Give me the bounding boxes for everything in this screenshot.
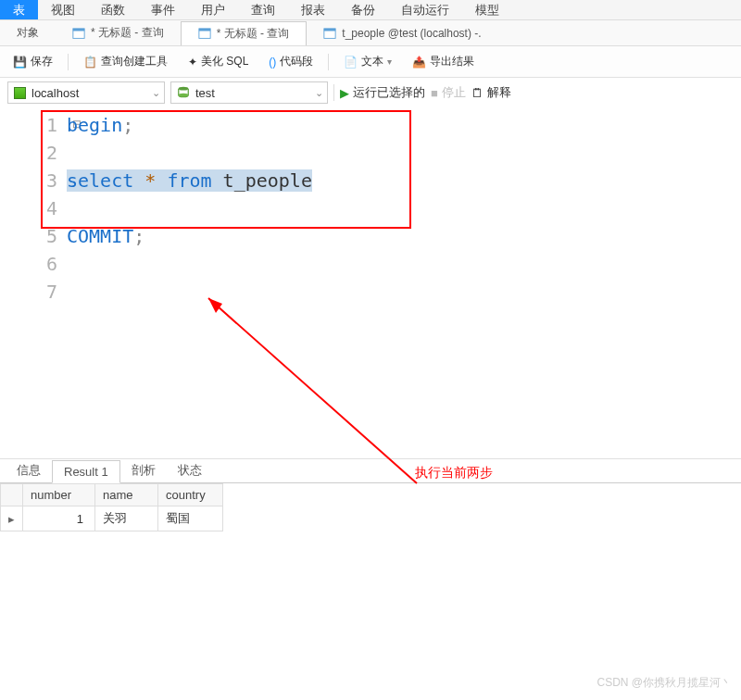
grid-body: ▸1关羽蜀国 <box>1 506 223 531</box>
tab-label: * 无标题 - 查询 <box>91 25 164 41</box>
stop-icon: ■ <box>431 86 438 100</box>
menu-item-6[interactable]: 报表 <box>288 0 338 19</box>
save-button[interactable]: 💾 保存 <box>7 51 58 72</box>
table-icon <box>323 28 336 39</box>
run-selection-button[interactable]: ▶ 运行已选择的 <box>340 84 425 101</box>
text-label: 文本 <box>361 54 383 69</box>
menubar: 表视图函数事件用户查询报表备份自动运行模型 <box>0 0 741 20</box>
tab-label: t_people @test (localhost) -. <box>342 27 481 40</box>
wand-icon: ✦ <box>188 56 197 69</box>
beautify-label: 美化 SQL <box>201 54 248 69</box>
code-line-6[interactable] <box>67 250 312 278</box>
explain-icon: 🗒 <box>471 86 484 100</box>
code-area[interactable]: begin; select * from t_people COMMIT; <box>67 107 312 458</box>
snippet-label: 代码段 <box>280 54 313 69</box>
code-line-5[interactable]: COMMIT; <box>67 222 312 250</box>
database-icon <box>177 86 190 99</box>
main-toolbar: 💾 保存 📋 查询创建工具 ✦ 美化 SQL () 代码段 📄 文本 ▾ 📤 导… <box>0 46 741 78</box>
query-builder-icon: 📋 <box>83 56 97 69</box>
menu-item-1[interactable]: 视图 <box>38 0 88 19</box>
play-icon: ▶ <box>340 86 349 100</box>
sql-editor[interactable]: 1234567 ⊟ begin; select * from t_people … <box>0 107 741 458</box>
document-tab-2[interactable]: * 无标题 - 查询 <box>181 21 308 45</box>
chevron-down-icon: ▾ <box>387 56 392 67</box>
column-header-name[interactable]: name <box>95 484 158 506</box>
text-button[interactable]: 📄 文本 ▾ <box>338 51 397 72</box>
stop-button[interactable]: ■ 停止 <box>431 84 466 101</box>
run-label: 运行已选择的 <box>353 84 425 101</box>
explain-label: 解释 <box>487 84 511 101</box>
export-icon: 📤 <box>412 56 426 69</box>
svg-point-6 <box>179 87 189 91</box>
svg-rect-3 <box>199 29 210 31</box>
beautify-button[interactable]: ✦ 美化 SQL <box>182 51 254 72</box>
column-header-number[interactable]: number <box>23 484 95 506</box>
tab-label: * 无标题 - 查询 <box>217 26 290 42</box>
connection-active-icon <box>14 87 26 99</box>
text-icon: 📄 <box>344 56 358 69</box>
table-icon <box>72 28 85 39</box>
query-builder-label: 查询创建工具 <box>101 54 168 69</box>
query-builder-button[interactable]: 📋 查询创建工具 <box>78 51 173 72</box>
save-icon: 💾 <box>13 56 27 69</box>
snippet-button[interactable]: () 代码段 <box>263 51 319 72</box>
table-icon <box>198 28 211 39</box>
code-line-4[interactable] <box>67 194 312 222</box>
connection-row: localhost ⌄ test ⌄ ▶ 运行已选择的 ■ 停止 🗒 解释 <box>0 78 741 107</box>
tab-label: 对象 <box>17 25 39 41</box>
paren-icon: () <box>269 56 276 69</box>
code-line-7[interactable] <box>67 278 312 306</box>
line-gutter: 1234567 <box>0 107 67 458</box>
sql-editor-pane: 1234567 ⊟ begin; select * from t_people … <box>0 107 741 459</box>
database-value: test <box>195 86 215 100</box>
menu-item-7[interactable]: 备份 <box>338 0 388 19</box>
result-tab-3[interactable]: 状态 <box>167 458 213 482</box>
result-tab-1[interactable]: Result 1 <box>52 460 120 483</box>
stop-label: 停止 <box>442 84 466 101</box>
column-header-country[interactable]: country <box>158 484 223 506</box>
annotation-text: 执行当前两步 <box>415 465 493 481</box>
export-button[interactable]: 📤 导出结果 <box>407 51 480 72</box>
grid-header-row: numbernamecountry <box>1 484 223 506</box>
document-tab-3[interactable]: t_people @test (localhost) -. <box>307 23 497 44</box>
menu-item-5[interactable]: 查询 <box>238 0 288 19</box>
document-tab-0[interactable]: 对象 <box>0 21 56 44</box>
menu-item-0[interactable]: 表 <box>0 0 38 19</box>
host-dropdown[interactable]: localhost ⌄ <box>7 81 165 104</box>
menu-item-3[interactable]: 事件 <box>138 0 188 19</box>
row-marker-header <box>1 484 23 506</box>
menu-item-8[interactable]: 自动运行 <box>388 0 462 19</box>
host-value: localhost <box>31 86 79 100</box>
svg-rect-1 <box>73 28 84 31</box>
result-tabstrip: 信息Result 1剖析状态 <box>0 459 741 483</box>
result-tab-2[interactable]: 剖析 <box>120 458 167 482</box>
watermark: CSDN @你携秋月揽星河丶 <box>597 675 732 691</box>
explain-button[interactable]: 🗒 解释 <box>471 84 511 101</box>
export-label: 导出结果 <box>430 54 474 69</box>
result-tab-0[interactable]: 信息 <box>6 458 52 482</box>
menu-item-2[interactable]: 函数 <box>88 0 138 19</box>
table-row[interactable]: ▸1关羽蜀国 <box>1 506 223 531</box>
cell-number[interactable]: 1 <box>23 506 95 531</box>
cell-country[interactable]: 蜀国 <box>158 506 223 531</box>
separator <box>333 84 334 101</box>
row-marker: ▸ <box>1 506 23 531</box>
toolbar-separator <box>68 54 69 70</box>
document-tab-1[interactable]: * 无标题 - 查询 <box>56 21 181 44</box>
cell-name[interactable]: 关羽 <box>95 506 158 531</box>
chevron-down-icon: ⌄ <box>315 87 323 99</box>
svg-rect-5 <box>324 28 335 31</box>
svg-point-7 <box>179 94 189 97</box>
save-label: 保存 <box>31 54 53 69</box>
database-dropdown[interactable]: test ⌄ <box>170 81 328 104</box>
code-line-2[interactable] <box>67 139 312 167</box>
code-line-3[interactable]: select * from t_people <box>67 167 312 194</box>
code-line-1[interactable]: begin; <box>67 111 312 139</box>
toolbar-separator <box>328 54 329 70</box>
chevron-down-icon: ⌄ <box>152 87 160 99</box>
menu-item-9[interactable]: 模型 <box>462 0 512 19</box>
document-tabs: 对象* 无标题 - 查询* 无标题 - 查询t_people @test (lo… <box>0 20 741 46</box>
menu-item-4[interactable]: 用户 <box>188 0 238 19</box>
result-grid[interactable]: numbernamecountry ▸1关羽蜀国 <box>0 483 223 531</box>
